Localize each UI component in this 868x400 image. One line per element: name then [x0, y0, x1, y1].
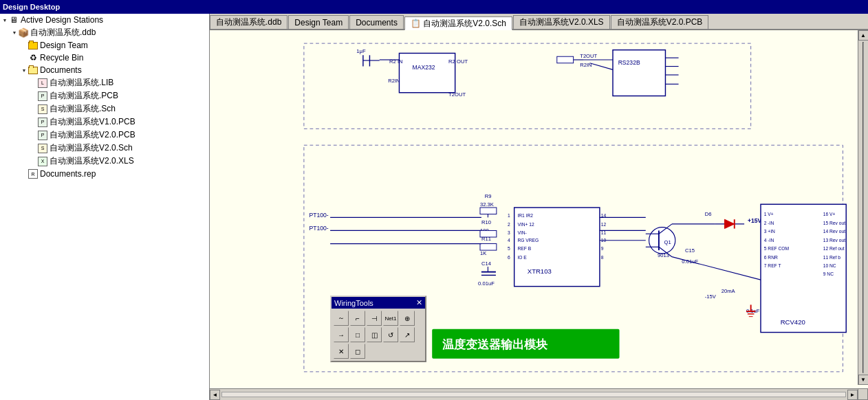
tree-item-documents[interactable]: Documents [0, 64, 209, 76]
pcbv1-label: 自动测温系统V1.0.PCB [50, 116, 135, 128]
lib-label: 自动测温系统.LIB [50, 77, 113, 89]
svg-text:4  -IN: 4 -IN [764, 238, 774, 243]
tree-item-pcbv2[interactable]: P 自动测温系统V2.0.PCB [0, 129, 209, 142]
wiring-tools-title: WiringTools ✕ [332, 297, 425, 309]
tree-item-lib[interactable]: L 自动测温系统.LIB [0, 76, 209, 89]
svg-text:D6: D6 [705, 211, 712, 217]
tree-item-xlsv2[interactable]: X 自动测温系统V2.0.XLS [0, 155, 209, 168]
scroll-left-btn[interactable]: ◄ [210, 390, 220, 400]
wiring-tools-close[interactable]: ✕ [416, 298, 422, 307]
recycle-label: Recycle Bin [40, 53, 83, 63]
expand-ddb[interactable] [11, 30, 18, 36]
svg-text:IO   E: IO E [517, 255, 527, 260]
svg-text:VIN+  12: VIN+ 12 [517, 222, 534, 227]
tree-item-active-stations[interactable]: 🖥 Active Design Stations [0, 14, 209, 26]
pcb-icon: P [37, 91, 48, 102]
hscroll-track[interactable] [221, 392, 846, 397]
svg-text:C14: C14 [481, 260, 492, 267]
svg-text:1  V+: 1 V+ [764, 212, 774, 216]
svg-text:10: 10 [601, 238, 607, 243]
svg-text:R2 IN: R2 IN [389, 58, 403, 65]
scroll-down-btn[interactable]: ▼ [858, 375, 869, 385]
circuit-content: MAX232 R2 IN R2 OUT R2IN 1μF T2OUT [210, 30, 868, 385]
tree-item-pcb[interactable]: P 自动测温系统.PCB [0, 89, 209, 102]
tree-item-sch[interactable]: S 自动测温系统.Sch [0, 102, 209, 115]
svg-rect-13 [613, 50, 665, 96]
docrep-label: Documents.rep [40, 169, 96, 179]
tab-designteam[interactable]: Design Team [288, 15, 349, 29]
pcbv1-icon: P [37, 117, 48, 128]
svg-text:PT100-: PT100- [310, 225, 329, 232]
vscroll-track[interactable] [862, 42, 864, 373]
tool-netlabel[interactable]: Net1 [383, 311, 398, 326]
svg-text:Q1: Q1 [664, 239, 671, 245]
svg-text:12  Ref out: 12 Ref out [823, 246, 845, 251]
vertical-scrollbar[interactable]: ▲ ▼ [858, 30, 868, 385]
expand-documents[interactable] [21, 67, 28, 74]
expand-active[interactable] [1, 16, 8, 23]
tool-rotate[interactable]: ↺ [383, 327, 398, 342]
tab-sch-active[interactable]: 📋 自动测温系统V2.0.Sch [404, 16, 512, 30]
tree-item-docrep[interactable]: R Documents.rep [0, 168, 209, 180]
svg-text:15  Rev out: 15 Rev out [823, 221, 845, 225]
horizontal-scrollbar[interactable]: ◄ ► [210, 388, 858, 400]
tree-item-schv2[interactable]: S 自动测温系统V2.0.Sch [0, 142, 209, 155]
scroll-right-btn[interactable]: ► [847, 390, 858, 400]
svg-text:R9: R9 [485, 193, 492, 199]
svg-text:11: 11 [601, 230, 607, 235]
tab-ddb[interactable]: 自动测温系统.ddb [210, 15, 287, 29]
title-text: Design Desktop [3, 3, 60, 11]
tool-arrow[interactable]: → [334, 327, 349, 342]
svg-text:T2OUT: T2OUT [580, 53, 597, 59]
svg-text:9  NC: 9 NC [823, 271, 834, 276]
svg-text:12: 12 [601, 222, 607, 227]
xlsv2-label: 自动测温系统V2.0.XLS [50, 155, 134, 167]
folder-designteam-icon [28, 40, 39, 51]
schv2-icon: S [37, 143, 48, 154]
recycle-icon: ♻ [28, 52, 39, 63]
left-panel: 🖥 Active Design Stations 📦 自动测温系统.ddb De… [0, 14, 210, 400]
svg-rect-36 [480, 244, 497, 251]
content-area: 🖥 Active Design Stations 📦 自动测温系统.ddb De… [0, 14, 868, 400]
svg-text:2  -IN: 2 -IN [764, 221, 774, 225]
svg-rect-24 [557, 56, 574, 63]
svg-text:XTR103: XTR103 [528, 267, 552, 275]
schematic-svg: MAX232 R2 IN R2 OUT R2IN 1μF T2OUT [210, 30, 868, 385]
tree-item-pcbv1[interactable]: P 自动测温系统V1.0.PCB [0, 115, 209, 129]
tree-item-designteam[interactable]: Design Team [0, 39, 209, 52]
tool-busentry[interactable]: ⊣ [367, 311, 382, 326]
tool-poly[interactable]: ◫ [367, 327, 382, 342]
sch-label: 自动测温系统.Sch [50, 103, 116, 115]
svg-text:14  Rev out: 14 Rev out [823, 229, 845, 234]
tool-bus[interactable]: ⌐ [350, 311, 365, 326]
svg-text:32.3K: 32.3K [480, 201, 494, 208]
active-stations-label: Active Design Stations [21, 15, 103, 25]
main-container: Design Desktop 🖥 Active Design Stations … [0, 0, 868, 400]
pcb-label: 自动测温系统.PCB [50, 90, 118, 102]
tool-power[interactable]: ⊕ [400, 311, 415, 326]
tool-diagonal[interactable]: ↗ [400, 327, 415, 342]
pcbv2-icon: P [37, 130, 48, 141]
tab-xls[interactable]: 自动测温系统V2.0.XLS [513, 15, 610, 29]
sch-icon: S [37, 104, 48, 115]
scroll-corner [858, 388, 868, 400]
tab-pcb[interactable]: 自动测温系统V2.0.PCB [611, 15, 709, 29]
folder-docs-icon [28, 65, 39, 76]
documents-label: Documents [40, 65, 82, 75]
tool-rect[interactable]: □ [350, 327, 365, 342]
tree-item-recycle[interactable]: ♻ Recycle Bin [0, 52, 209, 64]
svg-text:13  Rev out: 13 Rev out [823, 238, 845, 243]
wiring-tools-panel: WiringTools ✕ ～ ⌐ ⊣ Net1 ⊕ → □ ◫ ↺ ↗ [330, 296, 426, 362]
tool-cross[interactable]: ✕ [334, 344, 349, 359]
tab-documents[interactable]: Documents [349, 15, 404, 29]
ddb-label: 自动测温系统.ddb [30, 27, 96, 38]
svg-rect-31 [480, 208, 497, 214]
tool-box[interactable]: ◻ [350, 344, 365, 359]
svg-text:6  RNR: 6 RNR [764, 255, 778, 260]
tool-wire[interactable]: ～ [334, 311, 349, 326]
svg-text:9: 9 [601, 246, 604, 251]
tree-item-ddb[interactable]: 📦 自动测温系统.ddb [0, 26, 209, 39]
scroll-up-btn[interactable]: ▲ [858, 30, 869, 41]
wiring-tools-label: WiringTools [334, 299, 373, 307]
title-bar: Design Desktop [0, 0, 868, 14]
